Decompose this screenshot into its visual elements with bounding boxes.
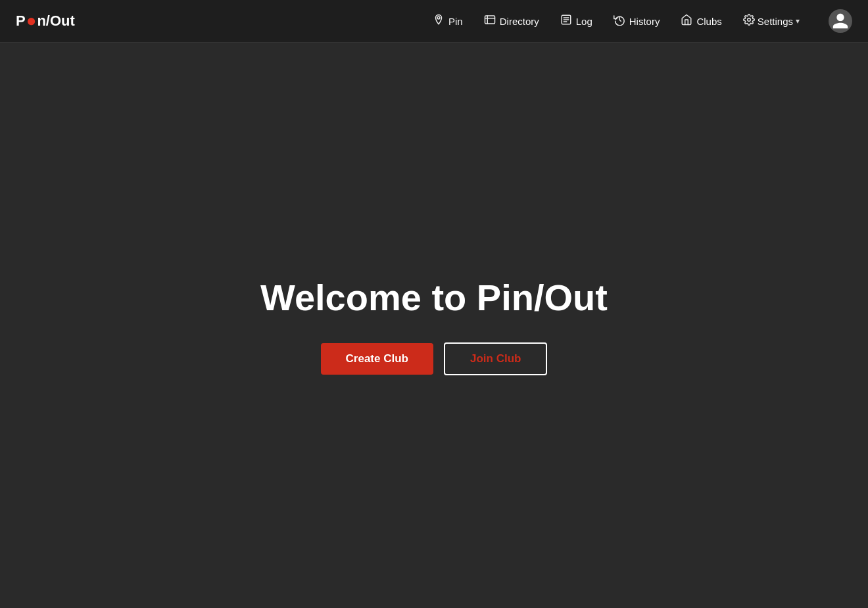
nav-item-clubs[interactable]: Clubs [673,9,729,34]
directory-icon [484,14,496,28]
logo-text-rest: n/Out [37,12,74,30]
navbar: P●n/Out Pin Directory [0,0,868,43]
main-content: Welcome to Pin/Out Create Club Join Club [0,43,868,608]
nav-log-label: Log [576,16,592,27]
nav-pin-label: Pin [448,16,463,27]
join-club-button[interactable]: Join Club [444,342,547,375]
svg-point-0 [437,16,440,19]
nav-item-directory[interactable]: Directory [476,9,547,34]
nav-item-history[interactable]: History [606,9,668,34]
app-logo[interactable]: P●n/Out [16,11,75,32]
logo-text-p: P [16,12,26,30]
nav-directory-label: Directory [500,16,539,27]
settings-icon [743,14,755,28]
create-club-button[interactable]: Create Club [321,343,433,375]
chevron-down-icon: ▾ [796,16,800,26]
history-icon [614,14,625,28]
nav-item-pin[interactable]: Pin [425,9,471,34]
pin-icon [433,14,445,28]
nav-history-label: History [629,16,660,27]
nav-links: Pin Directory L [425,9,808,34]
nav-item-log[interactable]: Log [552,9,600,34]
nav-clubs-label: Clubs [696,16,721,27]
user-avatar[interactable] [829,9,852,33]
log-icon [560,14,572,28]
cta-buttons: Create Club Join Club [321,342,548,375]
nav-settings-label: Settings [758,16,793,27]
avatar-icon [831,12,850,30]
clubs-icon [681,14,692,28]
nav-item-settings[interactable]: Settings ▾ [735,9,808,34]
svg-rect-1 [485,16,494,24]
welcome-title: Welcome to Pin/Out [260,276,608,319]
logo-pin-dot: ● [26,11,37,31]
svg-point-8 [748,18,751,22]
